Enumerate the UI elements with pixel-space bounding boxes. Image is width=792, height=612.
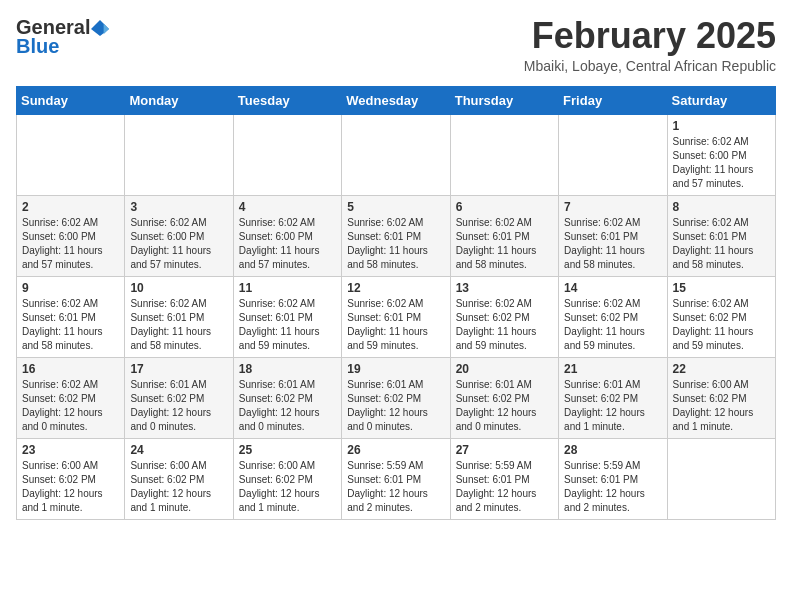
day-number: 18 — [239, 362, 336, 376]
day-number: 2 — [22, 200, 119, 214]
calendar-day-cell: 8Sunrise: 6:02 AM Sunset: 6:01 PM Daylig… — [667, 195, 775, 276]
month-year-title: February 2025 — [524, 16, 776, 56]
calendar-day-cell: 11Sunrise: 6:02 AM Sunset: 6:01 PM Dayli… — [233, 276, 341, 357]
day-number: 8 — [673, 200, 770, 214]
day-number: 24 — [130, 443, 227, 457]
day-info: Sunrise: 6:02 AM Sunset: 6:01 PM Dayligh… — [673, 216, 770, 272]
calendar-day-cell: 17Sunrise: 6:01 AM Sunset: 6:02 PM Dayli… — [125, 357, 233, 438]
calendar-day-cell — [233, 114, 341, 195]
calendar-day-cell: 15Sunrise: 6:02 AM Sunset: 6:02 PM Dayli… — [667, 276, 775, 357]
logo: General Blue — [16, 16, 109, 58]
day-info: Sunrise: 6:00 AM Sunset: 6:02 PM Dayligh… — [673, 378, 770, 434]
day-info: Sunrise: 6:01 AM Sunset: 6:02 PM Dayligh… — [564, 378, 661, 434]
weekday-header-thursday: Thursday — [450, 86, 558, 114]
day-number: 10 — [130, 281, 227, 295]
calendar-day-cell: 13Sunrise: 6:02 AM Sunset: 6:02 PM Dayli… — [450, 276, 558, 357]
calendar-day-cell: 19Sunrise: 6:01 AM Sunset: 6:02 PM Dayli… — [342, 357, 450, 438]
day-info: Sunrise: 6:02 AM Sunset: 6:02 PM Dayligh… — [673, 297, 770, 353]
day-info: Sunrise: 6:01 AM Sunset: 6:02 PM Dayligh… — [347, 378, 444, 434]
weekday-header-tuesday: Tuesday — [233, 86, 341, 114]
day-info: Sunrise: 6:02 AM Sunset: 6:01 PM Dayligh… — [456, 216, 553, 272]
title-block: February 2025 Mbaiki, Lobaye, Central Af… — [524, 16, 776, 74]
day-info: Sunrise: 6:02 AM Sunset: 6:01 PM Dayligh… — [239, 297, 336, 353]
day-number: 6 — [456, 200, 553, 214]
calendar-day-cell: 9Sunrise: 6:02 AM Sunset: 6:01 PM Daylig… — [17, 276, 125, 357]
day-number: 9 — [22, 281, 119, 295]
weekday-header-saturday: Saturday — [667, 86, 775, 114]
day-info: Sunrise: 6:01 AM Sunset: 6:02 PM Dayligh… — [456, 378, 553, 434]
page-header: General Blue February 2025 Mbaiki, Lobay… — [16, 16, 776, 74]
calendar-day-cell: 14Sunrise: 6:02 AM Sunset: 6:02 PM Dayli… — [559, 276, 667, 357]
day-number: 1 — [673, 119, 770, 133]
day-info: Sunrise: 6:01 AM Sunset: 6:02 PM Dayligh… — [130, 378, 227, 434]
calendar-day-cell: 2Sunrise: 6:02 AM Sunset: 6:00 PM Daylig… — [17, 195, 125, 276]
calendar-day-cell: 22Sunrise: 6:00 AM Sunset: 6:02 PM Dayli… — [667, 357, 775, 438]
calendar-day-cell: 27Sunrise: 5:59 AM Sunset: 6:01 PM Dayli… — [450, 438, 558, 519]
day-number: 3 — [130, 200, 227, 214]
day-number: 7 — [564, 200, 661, 214]
calendar-day-cell: 21Sunrise: 6:01 AM Sunset: 6:02 PM Dayli… — [559, 357, 667, 438]
calendar-day-cell: 28Sunrise: 5:59 AM Sunset: 6:01 PM Dayli… — [559, 438, 667, 519]
day-info: Sunrise: 6:02 AM Sunset: 6:00 PM Dayligh… — [239, 216, 336, 272]
day-info: Sunrise: 6:02 AM Sunset: 6:01 PM Dayligh… — [347, 297, 444, 353]
calendar-week-5: 23Sunrise: 6:00 AM Sunset: 6:02 PM Dayli… — [17, 438, 776, 519]
calendar-week-1: 1Sunrise: 6:02 AM Sunset: 6:00 PM Daylig… — [17, 114, 776, 195]
day-number: 21 — [564, 362, 661, 376]
day-info: Sunrise: 5:59 AM Sunset: 6:01 PM Dayligh… — [456, 459, 553, 515]
svg-marker-1 — [104, 23, 109, 34]
day-number: 13 — [456, 281, 553, 295]
day-info: Sunrise: 6:02 AM Sunset: 6:00 PM Dayligh… — [22, 216, 119, 272]
day-number: 5 — [347, 200, 444, 214]
day-info: Sunrise: 6:02 AM Sunset: 6:00 PM Dayligh… — [673, 135, 770, 191]
calendar-day-cell: 3Sunrise: 6:02 AM Sunset: 6:00 PM Daylig… — [125, 195, 233, 276]
day-number: 19 — [347, 362, 444, 376]
day-info: Sunrise: 6:02 AM Sunset: 6:01 PM Dayligh… — [22, 297, 119, 353]
calendar-day-cell: 10Sunrise: 6:02 AM Sunset: 6:01 PM Dayli… — [125, 276, 233, 357]
calendar-day-cell: 12Sunrise: 6:02 AM Sunset: 6:01 PM Dayli… — [342, 276, 450, 357]
calendar-day-cell: 25Sunrise: 6:00 AM Sunset: 6:02 PM Dayli… — [233, 438, 341, 519]
calendar-day-cell — [667, 438, 775, 519]
calendar-day-cell: 18Sunrise: 6:01 AM Sunset: 6:02 PM Dayli… — [233, 357, 341, 438]
weekday-header-row: SundayMondayTuesdayWednesdayThursdayFrid… — [17, 86, 776, 114]
day-info: Sunrise: 6:02 AM Sunset: 6:02 PM Dayligh… — [456, 297, 553, 353]
day-number: 23 — [22, 443, 119, 457]
calendar-day-cell: 6Sunrise: 6:02 AM Sunset: 6:01 PM Daylig… — [450, 195, 558, 276]
weekday-header-sunday: Sunday — [17, 86, 125, 114]
location-subtitle: Mbaiki, Lobaye, Central African Republic — [524, 58, 776, 74]
calendar-day-cell: 5Sunrise: 6:02 AM Sunset: 6:01 PM Daylig… — [342, 195, 450, 276]
weekday-header-monday: Monday — [125, 86, 233, 114]
calendar-day-cell: 7Sunrise: 6:02 AM Sunset: 6:01 PM Daylig… — [559, 195, 667, 276]
day-info: Sunrise: 6:02 AM Sunset: 6:01 PM Dayligh… — [130, 297, 227, 353]
calendar-day-cell — [17, 114, 125, 195]
day-number: 26 — [347, 443, 444, 457]
day-number: 12 — [347, 281, 444, 295]
day-number: 27 — [456, 443, 553, 457]
day-number: 15 — [673, 281, 770, 295]
day-number: 25 — [239, 443, 336, 457]
calendar-day-cell: 23Sunrise: 6:00 AM Sunset: 6:02 PM Dayli… — [17, 438, 125, 519]
calendar-day-cell: 20Sunrise: 6:01 AM Sunset: 6:02 PM Dayli… — [450, 357, 558, 438]
calendar-day-cell — [125, 114, 233, 195]
calendar-day-cell: 4Sunrise: 6:02 AM Sunset: 6:00 PM Daylig… — [233, 195, 341, 276]
day-info: Sunrise: 6:02 AM Sunset: 6:00 PM Dayligh… — [130, 216, 227, 272]
day-number: 11 — [239, 281, 336, 295]
day-info: Sunrise: 6:00 AM Sunset: 6:02 PM Dayligh… — [22, 459, 119, 515]
calendar-day-cell: 16Sunrise: 6:02 AM Sunset: 6:02 PM Dayli… — [17, 357, 125, 438]
calendar-day-cell: 1Sunrise: 6:02 AM Sunset: 6:00 PM Daylig… — [667, 114, 775, 195]
weekday-header-wednesday: Wednesday — [342, 86, 450, 114]
day-info: Sunrise: 6:02 AM Sunset: 6:02 PM Dayligh… — [564, 297, 661, 353]
calendar-week-2: 2Sunrise: 6:02 AM Sunset: 6:00 PM Daylig… — [17, 195, 776, 276]
calendar-day-cell: 24Sunrise: 6:00 AM Sunset: 6:02 PM Dayli… — [125, 438, 233, 519]
day-number: 14 — [564, 281, 661, 295]
day-number: 28 — [564, 443, 661, 457]
logo-icon — [91, 19, 109, 37]
day-info: Sunrise: 6:00 AM Sunset: 6:02 PM Dayligh… — [130, 459, 227, 515]
weekday-header-friday: Friday — [559, 86, 667, 114]
day-info: Sunrise: 5:59 AM Sunset: 6:01 PM Dayligh… — [564, 459, 661, 515]
calendar-week-4: 16Sunrise: 6:02 AM Sunset: 6:02 PM Dayli… — [17, 357, 776, 438]
calendar-day-cell — [342, 114, 450, 195]
calendar-day-cell: 26Sunrise: 5:59 AM Sunset: 6:01 PM Dayli… — [342, 438, 450, 519]
day-number: 20 — [456, 362, 553, 376]
day-info: Sunrise: 6:02 AM Sunset: 6:02 PM Dayligh… — [22, 378, 119, 434]
day-info: Sunrise: 6:02 AM Sunset: 6:01 PM Dayligh… — [564, 216, 661, 272]
